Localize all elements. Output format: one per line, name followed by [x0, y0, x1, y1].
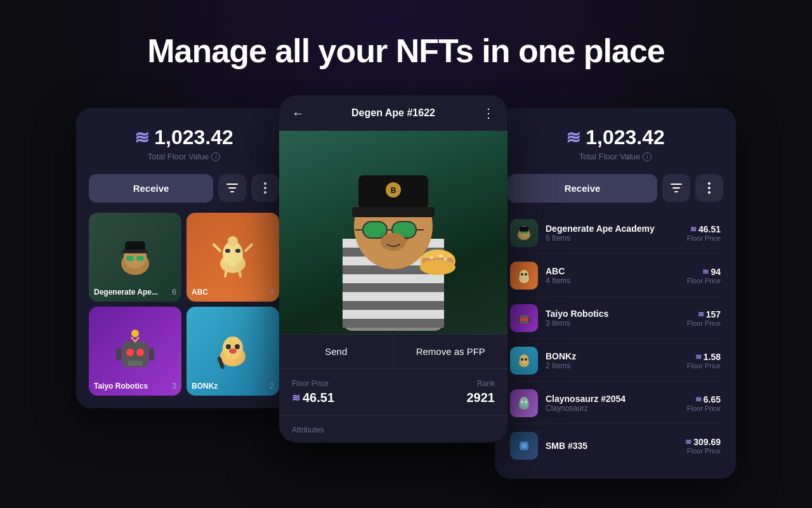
hero-title: Manage all your NFTs in one place — [0, 0, 812, 70]
floor-price-value: ≋ 46.51 — [292, 391, 334, 405]
left-total-value-section: ≋ 1,023.42 Total Floor Value i — [89, 126, 279, 161]
abc-label: ABC — [192, 288, 208, 297]
remove-pfp-button[interactable]: Remove as PFP — [393, 334, 508, 368]
collection-item-abc[interactable]: ABC 4 Items ≋ 94 Floor Price — [508, 255, 723, 297]
right-receive-button[interactable]: Receive — [508, 174, 657, 203]
collection-item-taiyo[interactable]: Taiyo Robotics 3 items ≋ 157 Floor Price — [508, 298, 723, 339]
nft-item-taiyo[interactable]: Taiyo Robotics 3 — [89, 307, 181, 396]
bonkz-collection-price: ≋ 1.58 Floor Price — [687, 352, 721, 370]
clay-collection-thumb — [510, 389, 538, 417]
nft-item-degen[interactable]: Degenerate Ape... 6 — [89, 213, 181, 302]
smb-collection-thumb — [510, 432, 538, 460]
svg-rect-43 — [343, 292, 444, 301]
clay-collection-price: ≋ 6.65 Floor Price — [687, 394, 721, 412]
svg-rect-42 — [343, 283, 444, 292]
svg-point-85 — [525, 273, 527, 276]
left-total-label: Total Floor Value i — [89, 152, 279, 161]
taiyo-thumb-svg — [110, 326, 160, 377]
svg-rect-24 — [128, 361, 143, 366]
left-total-amount: ≋ 1,023.42 — [89, 126, 279, 149]
nft-item-abc[interactable]: ABC 4 — [187, 213, 279, 302]
right-filter-button[interactable] — [662, 174, 690, 202]
svg-point-27 — [131, 330, 139, 337]
svg-point-22 — [126, 349, 134, 356]
bonkz-collection-name: BONKz — [546, 351, 679, 361]
smb-price-value: ≋ 309.69 — [685, 437, 721, 447]
taiyo-collection-info: Taiyo Robotics 3 items — [546, 309, 679, 328]
info-icon-left[interactable]: i — [211, 152, 220, 161]
svg-line-18 — [246, 244, 252, 251]
bonkz-count: 2 — [270, 382, 274, 391]
svg-rect-72 — [672, 187, 680, 189]
right-total-value-section: ≋ 1,023.42 Total Floor Value i — [508, 126, 723, 161]
taiyo-price-value: ≋ 157 — [687, 309, 721, 319]
svg-point-60 — [381, 233, 406, 251]
svg-rect-90 — [528, 318, 530, 322]
center-actions: Send Remove as PFP — [279, 334, 508, 368]
degen-thumb-svg — [110, 232, 160, 283]
left-receive-button[interactable]: Receive — [89, 174, 213, 203]
taiyo-collection-items: 3 items — [546, 319, 679, 328]
svg-point-5 — [264, 191, 266, 194]
abc-collection-thumb — [510, 262, 538, 290]
clay-price-value: ≋ 6.65 — [687, 394, 721, 404]
right-more-button[interactable] — [695, 174, 723, 202]
svg-point-97 — [521, 401, 523, 403]
svg-rect-11 — [136, 256, 144, 261]
svg-point-75 — [708, 187, 710, 189]
bonkz-collection-info: BONKz 2 Items — [546, 351, 679, 370]
sol-icon-center: ≋ — [292, 392, 300, 404]
right-total-amount: ≋ 1,023.42 — [508, 126, 723, 149]
abc-collection-info: ABC 4 Items — [546, 266, 679, 285]
smb-collection-name: SMB #335 — [546, 441, 678, 451]
svg-text:B: B — [391, 186, 396, 195]
right-action-row: Receive — [508, 174, 723, 203]
collection-item-clay[interactable]: Claynosaurz #2054 Claynosaurz ≋ 6.65 Flo… — [508, 383, 723, 424]
taiyo-collection-name: Taiyo Robotics — [546, 309, 679, 319]
clay-collection-info: Claynosaurz #2054 Claynosaurz — [546, 394, 679, 413]
center-more-button[interactable]: ⋮ — [482, 105, 495, 121]
svg-point-31 — [235, 344, 240, 349]
bonkz-price-value: ≋ 1.58 — [687, 352, 721, 362]
floor-price-label: Floor Price — [292, 379, 334, 388]
degen-collection-items: 6 Items — [546, 234, 679, 243]
send-button[interactable]: Send — [279, 334, 393, 368]
bonkz-price-label: Floor Price — [687, 362, 721, 370]
page-wrapper: Manage all your NFTs in one place ≋ 1,02… — [0, 0, 812, 508]
svg-point-84 — [521, 273, 523, 276]
svg-rect-34 — [235, 337, 238, 344]
svg-point-69 — [439, 255, 443, 257]
svg-point-98 — [525, 401, 527, 403]
collection-list: Degenerate Ape Academy 6 Items ≋ 46.51 F… — [508, 213, 723, 466]
svg-point-100 — [521, 443, 527, 448]
rank-value: 2921 — [467, 391, 495, 405]
abc-price-value: ≋ 94 — [687, 267, 721, 277]
degen-collection-price: ≋ 46.51 Floor Price — [687, 224, 721, 242]
svg-point-93 — [521, 358, 523, 361]
svg-point-32 — [229, 349, 237, 354]
degen-price-label: Floor Price — [687, 234, 721, 242]
filter-icon — [226, 184, 238, 192]
svg-rect-1 — [228, 187, 236, 189]
filter-icon-right — [671, 184, 682, 192]
svg-point-76 — [708, 191, 710, 194]
left-filter-button[interactable] — [218, 174, 246, 202]
center-card-title: Degen Ape #1622 — [351, 107, 435, 119]
degen-count: 6 — [172, 288, 176, 297]
clay-collection-name: Claynosaurz #2054 — [546, 394, 679, 404]
abc-collection-price: ≋ 94 Floor Price — [687, 267, 721, 284]
smb-collection-price: ≋ 309.69 Floor Price — [685, 437, 721, 455]
svg-rect-41 — [343, 274, 444, 283]
collection-item-degen[interactable]: Degenerate Ape Academy 6 Items ≋ 46.51 F… — [508, 213, 723, 254]
back-button[interactable]: ← — [292, 106, 304, 121]
abc-collection-items: 4 Items — [546, 276, 679, 285]
collection-item-bonkz[interactable]: BONKz 2 Items ≋ 1.58 Floor Price — [508, 340, 723, 382]
nft-item-bonkz[interactable]: BONKz 2 — [187, 307, 279, 396]
taiyo-collection-thumb — [510, 304, 538, 332]
collection-item-smb[interactable]: SMB #335 ≋ 309.69 Floor Price — [508, 425, 723, 466]
info-icon-right[interactable]: i — [643, 152, 652, 161]
left-more-button[interactable] — [251, 174, 279, 202]
center-header: ← Degen Ape #1622 ⋮ — [279, 95, 508, 131]
svg-point-29 — [223, 337, 243, 359]
abc-thumb-svg — [207, 229, 258, 286]
